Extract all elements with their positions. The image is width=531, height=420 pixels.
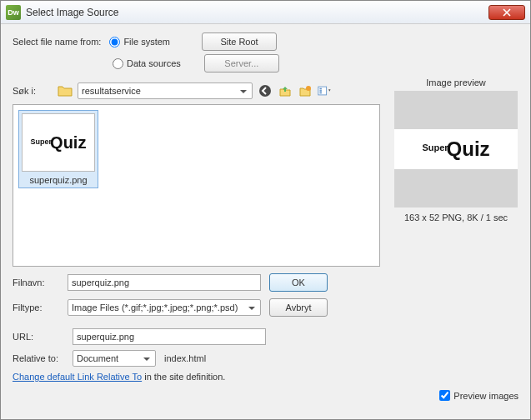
look-in-label: Søk i: [13,86,53,96]
svg-rect-4 [319,90,321,92]
title-bar: Dw Select Image Source [1,1,530,24]
file-system-radio[interactable] [109,37,120,48]
relative-row: Relative to: Document index.html [13,350,518,367]
change-relative-suffix: in the site definition. [142,372,225,382]
preview-image: SuperQuiz [394,129,518,169]
filetype-row: Filtype: Image Files (*.gif;*.jpg;*.jpeg… [13,298,380,317]
source-row-2: Data sources Server... [13,54,518,72]
look-in-row: Søk i: resultatservice [13,82,380,99]
main-area: Søk i: resultatservice SuperQuiz superqu… [13,78,518,317]
app-icon: Dw [6,5,21,20]
footer: Preview images [13,390,518,401]
preview-box: SuperQuiz [394,91,518,208]
preview-column: Image preview SuperQuiz 163 x 52 PNG, 8K… [393,78,518,317]
server-button: Server... [204,54,279,72]
back-icon[interactable] [258,83,273,98]
svg-rect-2 [318,87,327,95]
preview-meta: 163 x 52 PNG, 8K / 1 sec [404,212,508,222]
svg-rect-3 [319,88,321,90]
change-link-row: Change default Link Relative To in the s… [13,372,518,382]
preview-title: Image preview [426,78,486,88]
site-root-button[interactable]: Site Root [202,32,277,51]
svg-point-0 [259,85,271,97]
url-row: URL: [13,328,518,345]
url-label: URL: [13,332,64,342]
filetype-combo[interactable]: Image Files (*.gif;*.jpg;*.jpeg;*.png;*.… [68,299,261,316]
folder-icon [58,84,73,98]
filename-input[interactable] [68,274,261,291]
dialog-content: Select file name from: File system Site … [1,24,530,419]
svg-rect-5 [319,92,321,94]
relative-label: Relative to: [13,353,64,363]
folder-combo[interactable]: resultatservice [78,82,253,99]
preview-images-label: Preview images [453,391,518,401]
new-folder-icon[interactable] [298,83,313,98]
preview-images-checkbox[interactable] [439,390,450,401]
source-row-1: Select file name from: File system Site … [13,32,518,51]
thumbnail-image: SuperQuiz [22,113,95,172]
browser-toolbar [258,83,333,98]
data-sources-label: Data sources [127,58,181,68]
file-thumbnail[interactable]: SuperQuiz superquiz.png [18,110,98,188]
relative-file: index.html [164,353,206,363]
filename-row: Filnavn: OK [13,273,380,292]
close-icon [503,8,511,17]
file-system-label: File system [123,37,170,47]
svg-point-1 [306,86,311,91]
thumbnail-filename: superquiz.png [29,175,87,185]
file-browser-column: Søk i: resultatservice SuperQuiz superqu… [13,78,380,317]
up-folder-icon[interactable] [278,83,293,98]
filename-label: Filnavn: [13,278,59,288]
view-menu-icon[interactable] [318,83,333,98]
url-input[interactable] [73,328,266,345]
data-sources-radio[interactable] [113,58,123,69]
window-title: Select Image Source [26,7,488,18]
filetype-label: Filtype: [13,302,59,312]
ok-button[interactable]: OK [269,273,328,292]
relative-combo[interactable]: Document [73,350,156,367]
select-from-label: Select file name from: [13,37,101,47]
change-relative-link[interactable]: Change default Link Relative To [13,372,142,382]
cancel-button[interactable]: Avbryt [269,298,328,317]
close-button[interactable] [488,5,525,20]
file-list[interactable]: SuperQuiz superquiz.png [13,104,380,267]
